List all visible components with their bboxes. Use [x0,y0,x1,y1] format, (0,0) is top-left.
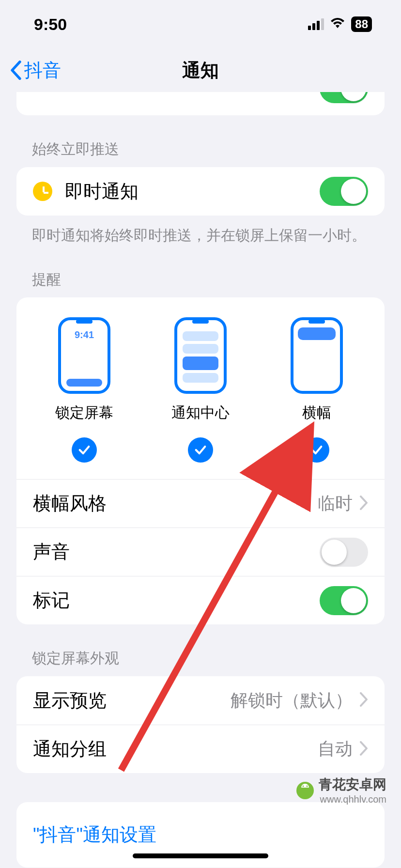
notification-center-icon [174,317,227,394]
notification-grouping-row[interactable]: 通知分组 自动 [16,725,385,773]
section-footer-immediate: 即时通知将始终即时推送，并在锁屏上保留一小时。 [0,216,401,246]
alert-notification-center-label: 通知中心 [171,403,230,423]
cellular-signal-icon [308,18,324,30]
back-label: 抖音 [24,58,61,83]
watermark: 青花安卓网 www.qhhlv.com [295,775,386,805]
status-right: 88 [308,16,372,32]
immediate-group: 即时通知 [16,167,385,216]
alert-option-notification-center[interactable]: 通知中心 [143,317,258,423]
section-header-alerts: 提醒 [0,246,401,297]
badge-toggle[interactable] [320,586,368,615]
show-preview-value: 解锁时（默认） [231,689,353,713]
watermark-url: www.qhhlv.com [319,794,386,805]
alert-banner-label: 横幅 [302,403,331,423]
allow-notifications-group-partial: 允许通知 [16,92,385,115]
status-bar: 9:50 88 [0,0,401,48]
lockscreen-icon: 9:41 [58,317,111,394]
banner-style-value: 临时 [318,492,353,515]
alert-lockscreen-label: 锁定屏幕 [55,403,113,423]
back-button[interactable]: 抖音 [10,58,61,83]
show-preview-label: 显示预览 [33,688,107,713]
svg-rect-11 [308,320,325,324]
sound-toggle[interactable] [320,538,368,567]
svg-rect-12 [298,327,336,340]
chevron-right-icon [359,496,368,512]
chevron-right-icon [359,741,368,758]
appearance-group: 显示预览 解锁时（默认） 通知分组 自动 [16,676,385,773]
wifi-icon [330,16,345,32]
alert-notification-center-check[interactable] [188,437,213,463]
notification-grouping-value: 自动 [318,737,353,761]
svg-rect-9 [183,373,218,383]
section-header-immediate: 始终立即推送 [0,115,401,167]
banner-style-label: 横幅风格 [33,491,107,516]
allow-notifications-toggle[interactable] [320,92,368,103]
alert-option-lockscreen[interactable]: 9:41 锁定屏幕 [27,317,142,423]
sound-row: 声音 [16,527,385,576]
nav-bar: 抖音 通知 [0,48,401,92]
clock-icon [33,182,52,201]
watermark-name: 青花安卓网 [319,777,386,792]
alert-option-banner[interactable]: 横幅 [259,317,374,423]
instant-notification-label: 即时通知 [65,179,139,204]
sound-label: 声音 [33,540,70,564]
instant-notification-row: 即时通知 [16,167,385,216]
svg-rect-7 [183,344,218,354]
banner-icon [290,317,343,394]
status-time: 9:50 [34,15,67,34]
alerts-group: 9:41 锁定屏幕 通知中心 [16,297,385,624]
chevron-right-icon [359,692,368,709]
alert-banner-check[interactable] [304,437,329,463]
home-indicator[interactable] [133,853,268,858]
chevron-left-icon [10,61,22,80]
svg-rect-8 [183,356,218,370]
alert-style-row: 9:41 锁定屏幕 通知中心 [26,317,375,423]
svg-point-16 [307,785,308,787]
watermark-logo-icon [295,781,315,800]
section-header-appearance: 锁定屏幕外观 [0,624,401,676]
badge-row: 标记 [16,576,385,624]
banner-style-row[interactable]: 横幅风格 临时 [16,479,385,527]
svg-text:9:41: 9:41 [75,329,94,340]
instant-notification-toggle[interactable] [320,177,368,206]
svg-rect-3 [66,379,102,387]
badge-label: 标记 [33,588,70,613]
svg-rect-5 [192,320,209,324]
svg-rect-6 [183,331,218,341]
alert-lockscreen-check[interactable] [72,437,97,463]
svg-rect-1 [76,320,93,324]
notification-grouping-label: 通知分组 [33,737,107,761]
svg-point-15 [303,785,304,787]
battery-icon: 88 [351,16,372,32]
show-preview-row[interactable]: 显示预览 解锁时（默认） [16,676,385,725]
